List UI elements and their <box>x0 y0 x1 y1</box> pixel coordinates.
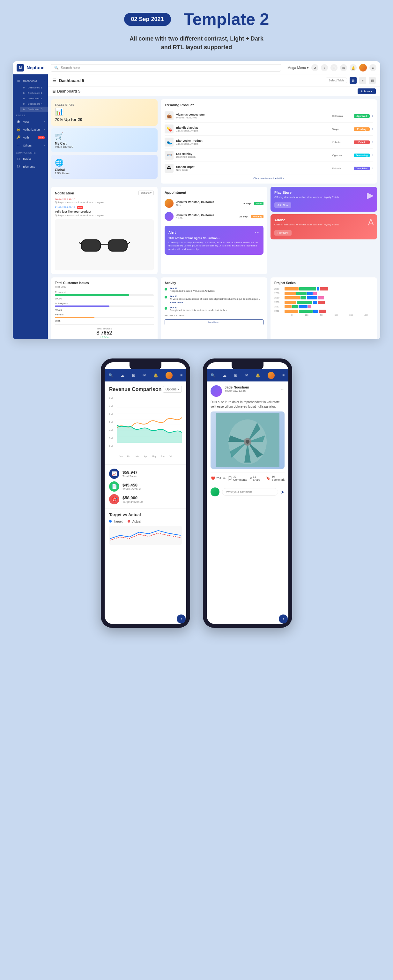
cloud-icon[interactable]: ☁ <box>120 373 124 378</box>
sidebar-item-auth[interactable]: 🔑 Auth NEW <box>13 134 48 142</box>
sidebar-item-authorization[interactable]: 🔒 Authorization › <box>13 126 48 134</box>
user-avatar <box>268 372 275 379</box>
select-template[interactable]: Select Table <box>326 78 347 83</box>
nav-icon-download[interactable]: ↓ <box>321 64 328 71</box>
nav-icon-bell[interactable]: 🔔 <box>350 64 357 71</box>
hamburger-icon[interactable]: ☰ <box>52 78 57 83</box>
post-actions: ❤️ 25 Like 💬 32 Comments ↗ 11 Share 🔖 56… <box>211 472 285 484</box>
adobe-button[interactable]: Play Now <box>274 230 292 235</box>
product-info: Blandit Vlapulat J.D. Kluska, Angola <box>176 126 330 132</box>
chart-row: 2012 <box>274 305 373 309</box>
grid-view-btn[interactable]: ⊞ <box>350 77 357 84</box>
sidebar: ⊞ Dashboard › Dashboard 1 Dashboard 2 Da… <box>13 75 48 339</box>
dot-icon <box>23 108 25 110</box>
revenue-chart: 8M 7M 6M 5M 4M 3M 2M <box>109 396 182 454</box>
play-store-button[interactable]: Join Now <box>274 202 291 208</box>
comment-button[interactable]: 💬 32 Comments <box>228 475 247 481</box>
sidebar-item-elements[interactable]: ⬡ Elements <box>13 162 48 170</box>
chevron-right-icon: › <box>44 120 45 123</box>
alert-card: Alert ··· 10% off For drama lights Cousi… <box>165 226 263 255</box>
appointment-row: Jennifer Winston, California 11:00 25 Se… <box>165 210 263 223</box>
like-button[interactable]: ❤️ 25 Like <box>211 475 226 481</box>
status-badge: Failed <box>354 140 370 144</box>
chevron-down-icon: ▾ <box>307 66 309 70</box>
sidebar-item-dashboard3[interactable]: Dashboard 3 <box>20 96 48 101</box>
bell-icon[interactable]: 🔔 <box>154 373 158 378</box>
trending-title: Trending Product <box>165 103 373 107</box>
bell-icon[interactable]: 🔔 <box>255 373 260 378</box>
options-button[interactable]: Options ▾ <box>138 191 154 196</box>
appt-title: Appointment <box>165 191 263 194</box>
search-icon[interactable]: 🔍 <box>108 373 113 378</box>
comment-input[interactable]: Write your comment <box>222 488 278 496</box>
bar-chart-icon: 📊 <box>55 108 154 116</box>
nav-icon-refresh[interactable]: ↺ <box>311 64 319 71</box>
play-store-desc: Offering discounts for online store and … <box>274 196 373 199</box>
read-more-link[interactable]: Read more <box>170 301 260 304</box>
product-thumb: 👟 <box>165 138 174 146</box>
options-dropdown[interactable]: Options ▾ <box>163 386 182 393</box>
table-row: 👟 Diar Vegke Produst J.D. Kluska, Angola… <box>165 136 373 149</box>
adobe-card: A Adobe Offering discounts for online st… <box>271 214 377 239</box>
actions-button[interactable]: Actions ▾ <box>358 88 376 94</box>
sidebar-item-dashboard1[interactable]: Dashboard 1 <box>20 85 48 90</box>
sidebar-item-basics[interactable]: □ Basics <box>13 155 48 162</box>
arrow-right-icon[interactable]: › <box>372 127 373 131</box>
sidebar-item-dashboard5[interactable]: Dashboard 5 <box>20 107 48 112</box>
mail-icon[interactable]: ✉ <box>143 373 146 378</box>
dot-icon <box>23 103 25 105</box>
arrow-right-icon[interactable]: › <box>372 140 373 144</box>
target-vs-actual: Target vs Actual Target Actual <box>105 508 186 549</box>
table-view-btn[interactable]: ▤ <box>369 77 376 84</box>
grid-icon[interactable]: ⊞ <box>234 373 237 378</box>
sidebar-item-dashboard4[interactable]: Dashboard 4 <box>20 101 48 107</box>
global-card: 🌐 Global 2.5M Users <box>51 155 158 179</box>
load-more-button[interactable]: Load More <box>165 319 263 325</box>
play-store-card: ▶ Play Store Offering discounts for onli… <box>271 187 377 212</box>
sidebar-item-dashboard2[interactable]: Dashboard 2 <box>20 90 48 96</box>
click-here-link[interactable]: Click here to see the full list <box>165 177 373 180</box>
scroll-up-button[interactable]: ↑ <box>177 614 185 624</box>
send-icon[interactable]: ➤ <box>281 489 285 495</box>
search-icon: 🔍 <box>54 66 59 70</box>
product-thumb: 🕶 <box>165 164 174 173</box>
user-avatar[interactable] <box>359 64 367 72</box>
nav-icon-mail[interactable]: ✉ <box>340 64 347 71</box>
bookmark-button[interactable]: 🔖 56 Bookmark <box>266 475 285 481</box>
dash-title: Dashboard 5 <box>59 78 84 83</box>
cloud-icon[interactable]: ☁ <box>223 373 227 378</box>
share-button[interactable]: ↗ 11 Share <box>249 475 265 481</box>
sidebar-item-dashboard[interactable]: ⊞ Dashboard › <box>13 77 48 85</box>
sidebar-item-others[interactable]: ⋯ Others › <box>13 142 48 150</box>
arrow-right-icon[interactable]: › <box>372 114 373 118</box>
sidebar-item-apps[interactable]: ◉ Apps › <box>13 118 48 126</box>
progress-pending: Pending 8965 <box>55 313 154 322</box>
search-icon[interactable]: 🔍 <box>211 373 216 378</box>
mega-menu[interactable]: Mega Menu ▾ <box>287 66 309 70</box>
nav-icon-menu[interactable]: ≡ <box>369 64 376 71</box>
more-options-icon[interactable]: ··· <box>281 386 285 391</box>
phone2-screen: 🔍 ☁ ⊞ ✉ 🔔 ≡ Jade Neesham Yesterday, 12:3… <box>207 362 288 624</box>
scroll-up-button[interactable]: ↑ <box>279 614 288 624</box>
product-info: Vivamus consectetur Phartra, Nuls, Nec <box>176 113 330 119</box>
chevron-right-icon: › <box>44 144 45 147</box>
grid-icon[interactable]: ⊞ <box>132 373 135 378</box>
menu-icon[interactable]: ≡ <box>180 373 182 378</box>
comment-avatar <box>211 487 219 496</box>
post-time: Yesterday, 12:35 <box>225 389 249 392</box>
more-icon[interactable]: ··· <box>255 229 260 235</box>
mail-icon[interactable]: ✉ <box>245 373 248 378</box>
nav-icon-grid[interactable]: ⊞ <box>331 64 338 71</box>
search-bar[interactable]: 🔍 Search here <box>51 64 281 72</box>
adobe-desc: Offering discounts for online store and … <box>274 223 373 226</box>
arrow-right-icon[interactable]: › <box>372 167 373 170</box>
left-col: Sales Stats 📊 70% Up for 20 🛒 My Cart Va… <box>51 99 158 183</box>
list-view-btn[interactable]: ≡ <box>359 77 366 84</box>
menu-icon[interactable]: ≡ <box>282 373 285 378</box>
sidebar-sub-dashboard: Dashboard 1 Dashboard 2 Dashboard 3 Dash… <box>13 85 48 112</box>
arrow-right-icon[interactable]: › <box>372 154 373 157</box>
table-row: 🕶 Clarion Orpat New Garia Refresh Comple… <box>165 162 373 175</box>
appt-header: Appointment <box>165 191 263 194</box>
chevron-right-icon: › <box>44 128 45 131</box>
phone-mockup-2: 🔍 ☁ ⊞ ✉ 🔔 ≡ Jade Neesham Yesterday, 12:3… <box>203 358 292 628</box>
